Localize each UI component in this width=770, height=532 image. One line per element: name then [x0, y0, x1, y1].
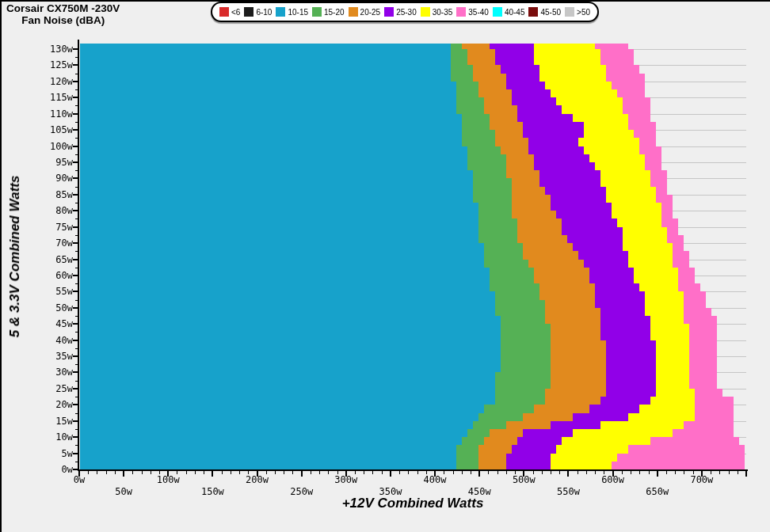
y-tick-label: 120w [32, 76, 73, 87]
legend-swatch-icon [528, 7, 538, 17]
legend-item: >50 [565, 7, 590, 17]
x-tick-label: 200w [232, 474, 283, 485]
legend-label: >50 [577, 8, 590, 17]
y-tick-label: 55w [32, 286, 73, 297]
y-tick-label: 115w [32, 92, 73, 103]
legend-swatch-icon [349, 7, 358, 17]
legend-item: 35-40 [456, 7, 489, 17]
legend-label: 10-15 [288, 8, 308, 17]
y-tick-label: 45w [32, 318, 73, 329]
y-tick-label: 80w [32, 205, 73, 216]
y-tick-label: 105w [32, 124, 73, 135]
chart-title-line2: Fan Noise (dBA) [6, 14, 120, 26]
y-tick-label: 125w [32, 59, 73, 70]
y-tick-label: 65w [32, 254, 73, 265]
x-tick-label: 500w [498, 474, 549, 485]
legend-item: 15-20 [312, 7, 345, 17]
x-tick-label: 100w [143, 474, 193, 485]
chart-title-block: Corsair CX750M -230V Fan Noise (dBA) [6, 2, 120, 26]
chart-title-line1: Corsair CX750M -230V [6, 2, 120, 14]
legend-swatch-icon [421, 7, 430, 17]
legend-item: 45-50 [528, 7, 561, 17]
y-tick-label: 75w [32, 222, 73, 233]
y-tick-label: 50w [32, 302, 73, 314]
y-tick-label: 20w [32, 399, 73, 410]
legend-label: 30-35 [433, 8, 453, 17]
y-tick-label: 90w [32, 173, 73, 184]
legend-item: <6 [219, 7, 240, 17]
legend-label: 6-10 [256, 8, 272, 17]
x-tick-label: 300w [321, 474, 372, 485]
y-tick-label: 110w [32, 108, 73, 120]
legend-swatch-icon [565, 7, 574, 17]
legend-swatch-icon [276, 7, 285, 17]
legend-item: 40-45 [493, 7, 525, 17]
y-tick-label: 15w [32, 416, 73, 427]
legend-item: 30-35 [421, 7, 453, 17]
legend-item: 6-10 [244, 7, 272, 17]
x-tick-label: 400w [410, 474, 460, 485]
y-tick-label: 25w [32, 383, 73, 394]
y-tick-label: 35w [32, 351, 73, 362]
y-tick-label: 5w [32, 448, 73, 459]
y-tick-label: 0w [32, 464, 73, 475]
x-tick-label: 0w [54, 474, 105, 485]
legend: <66-1010-1515-2020-2525-3030-3535-4040-4… [211, 2, 599, 22]
legend-label: 45-50 [540, 8, 561, 17]
y-tick-label: 100w [32, 141, 73, 152]
legend-label: 35-40 [468, 8, 489, 17]
legend-label: 25-30 [396, 8, 417, 17]
y-tick-label: 40w [32, 335, 73, 346]
y-tick-label: 70w [32, 238, 73, 249]
legend-swatch-icon [384, 7, 394, 17]
legend-label: 20-25 [360, 8, 381, 17]
y-axis-title: 5 & 3.3V Combined Watts [7, 176, 23, 338]
y-tick-label: 30w [32, 367, 73, 378]
legend-item: 10-15 [276, 7, 308, 17]
legend-swatch-icon [456, 7, 466, 17]
fan-noise-chart: Corsair CX750M -230V Fan Noise (dBA) <66… [0, 0, 770, 532]
legend-item: 25-30 [384, 7, 417, 17]
legend-label: 15-20 [324, 8, 345, 17]
legend-label: 40-45 [505, 8, 525, 17]
y-tick-label: 10w [32, 431, 73, 443]
legend-item: 20-25 [349, 7, 381, 17]
y-tick-label: 85w [32, 189, 73, 200]
legend-label: <6 [231, 8, 240, 17]
y-tick-label: 130w [32, 44, 73, 55]
noise-map-canvas [0, 0, 770, 532]
legend-swatch-icon [244, 7, 253, 17]
x-axis-title: +12V Combined Watts [79, 496, 746, 511]
x-tick-label: 700w [677, 474, 727, 485]
legend-swatch-icon [312, 7, 322, 17]
y-tick-label: 60w [32, 270, 73, 281]
legend-swatch-icon [493, 7, 502, 17]
y-tick-label: 95w [32, 157, 73, 168]
legend-swatch-icon [219, 7, 229, 17]
x-tick-label: 600w [588, 474, 638, 485]
